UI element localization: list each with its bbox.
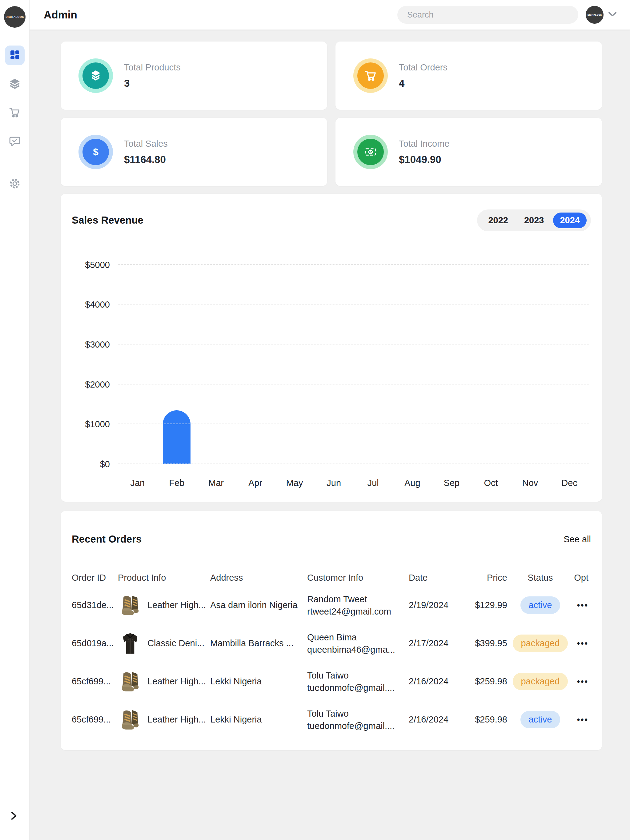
- options-button[interactable]: •••: [577, 715, 589, 724]
- product-image: [118, 669, 142, 694]
- order-date: 2/16/2024: [409, 676, 456, 687]
- stat-value: 4: [399, 77, 448, 89]
- order-id: 65cf699...: [72, 676, 118, 687]
- status-badge: packaged: [513, 635, 568, 652]
- sidebar-item-reviews[interactable]: [5, 132, 25, 152]
- stat-icon-ring: [353, 58, 388, 93]
- stat-icon-ring: $: [353, 135, 388, 169]
- sidebar-item-settings[interactable]: [5, 174, 25, 194]
- x-axis-label-May: May: [275, 478, 314, 488]
- boots-image: [118, 707, 142, 732]
- sidebar-item-orders[interactable]: [5, 103, 25, 123]
- avatar[interactable]: DIGITALOOX: [586, 6, 603, 24]
- order-price: $399.95: [456, 638, 507, 648]
- chart-slot-Nov: [511, 265, 550, 464]
- chat-check-icon: [9, 136, 21, 148]
- chart-slot-Sep: [432, 265, 472, 464]
- status-badge: packaged: [513, 673, 568, 690]
- brand-logo[interactable]: DIGITALOOX: [4, 6, 25, 28]
- cart-icon: [9, 107, 21, 120]
- options-button[interactable]: •••: [577, 639, 589, 648]
- stat-card-total-income: $ Total Income $1049.90: [336, 118, 602, 186]
- main-content: Total Products 3 Total Orders 4: [30, 30, 630, 750]
- product-info: Leather High...: [118, 707, 210, 732]
- product-info: Classic Deni...: [118, 631, 210, 656]
- column-header-address: Address: [210, 573, 307, 583]
- stat-value: 3: [124, 77, 180, 89]
- product-info: Leather High...: [118, 593, 210, 617]
- year-tab-2024[interactable]: 2024: [553, 213, 587, 228]
- options-button[interactable]: •••: [577, 601, 589, 610]
- chart-slot-Mar: [196, 265, 236, 464]
- x-axis-label-Mar: Mar: [196, 478, 236, 488]
- chart-slot-Jun: [314, 265, 354, 464]
- product-image: [118, 631, 142, 656]
- chart-slot-Jul: [353, 265, 393, 464]
- chart-slot-Oct: [471, 265, 511, 464]
- x-axis-label-Jun: Jun: [314, 478, 354, 488]
- sidebar-nav: [0, 46, 30, 194]
- table-row: 65d31de... Leather High... Asa dam ilori…: [72, 587, 591, 624]
- table-row: 65cf699... Leather High... Lekki Nigeria…: [72, 663, 591, 700]
- x-axis-label-Apr: Apr: [236, 478, 275, 488]
- customer-name: Tolu Taiwo: [307, 669, 409, 682]
- chart-slot-Feb: [157, 265, 197, 464]
- column-header-price: Price: [456, 573, 507, 583]
- stat-value: $1049.90: [399, 154, 450, 166]
- bar-Feb[interactable]: [163, 410, 190, 464]
- chevron-right-icon: [9, 816, 19, 822]
- stat-card-total-sales: $ Total Sales $1164.80: [61, 118, 327, 186]
- chart-slot-Jan: [118, 265, 157, 464]
- year-tabs: 202220232024: [477, 210, 591, 231]
- product-info: Leather High...: [118, 669, 210, 694]
- customer-email: tuedonmofe@gmail....: [307, 682, 409, 694]
- product-image: [118, 593, 142, 617]
- order-id: 65d31de...: [72, 600, 118, 610]
- sales-revenue-chart: $0$1000$2000$3000$4000$5000 JanFebMarApr…: [72, 261, 591, 488]
- stat-label: Total Sales: [124, 139, 168, 149]
- stats-grid: Total Products 3 Total Orders 4: [61, 41, 602, 186]
- column-header-product-info: Product Info: [118, 573, 210, 583]
- column-header-customer-info: Customer Info: [307, 573, 409, 583]
- dollar-icon: $: [82, 139, 109, 165]
- x-axis-label-Nov: Nov: [511, 478, 550, 488]
- column-header-status: Status: [507, 573, 573, 583]
- boots-image: [118, 593, 142, 617]
- order-address: Asa dam ilorin Nigeria: [210, 600, 307, 610]
- see-all-link[interactable]: See all: [564, 534, 591, 545]
- customer-email: rtweet24@gmail.com: [307, 605, 409, 617]
- y-axis-tick-label: $4000: [85, 300, 110, 310]
- layers-icon: [9, 78, 21, 91]
- svg-text:$: $: [369, 150, 372, 154]
- x-axis-label-Oct: Oct: [471, 478, 511, 488]
- search-input[interactable]: [397, 6, 578, 24]
- sidebar-expand-button[interactable]: [9, 810, 19, 822]
- dashboard-icon: [9, 49, 20, 62]
- account-menu[interactable]: DIGITALOOX: [586, 6, 617, 24]
- product-name: Classic Deni...: [147, 638, 204, 648]
- chevron-down-icon: [608, 11, 617, 19]
- year-tab-2023[interactable]: 2023: [518, 213, 551, 228]
- sidebar-item-dashboard[interactable]: [5, 46, 25, 65]
- gear-icon: [9, 177, 21, 191]
- customer-info: Tolu Taiwo tuedonmofe@gmail....: [307, 707, 409, 732]
- y-axis-tick-label: $5000: [85, 260, 110, 270]
- order-address: Lekki Nigeria: [210, 715, 307, 725]
- stat-card-total-orders: Total Orders 4: [336, 41, 602, 110]
- customer-info: Queen Bima queenbima46@gma...: [307, 631, 409, 656]
- options-button[interactable]: •••: [577, 677, 589, 686]
- customer-info: Tolu Taiwo tuedonmofe@gmail....: [307, 669, 409, 694]
- chart-gridline: $5000: [118, 264, 589, 265]
- y-axis-tick-label: $1000: [85, 419, 110, 429]
- recent-orders-title: Recent Orders: [72, 533, 142, 545]
- order-date: 2/16/2024: [409, 715, 456, 725]
- order-price: $259.98: [456, 676, 507, 687]
- year-tab-2022[interactable]: 2022: [481, 213, 515, 228]
- product-name: Leather High...: [147, 600, 206, 610]
- chart-gridline: $4000: [118, 304, 589, 305]
- sidebar-item-products[interactable]: [5, 74, 25, 94]
- table-row: 65d019a... Classic Deni... Mambilla Barr…: [72, 625, 591, 662]
- chart-slot-May: [275, 265, 314, 464]
- sidebar: DIGITALOOX: [0, 0, 30, 840]
- stat-label: Total Orders: [399, 62, 448, 73]
